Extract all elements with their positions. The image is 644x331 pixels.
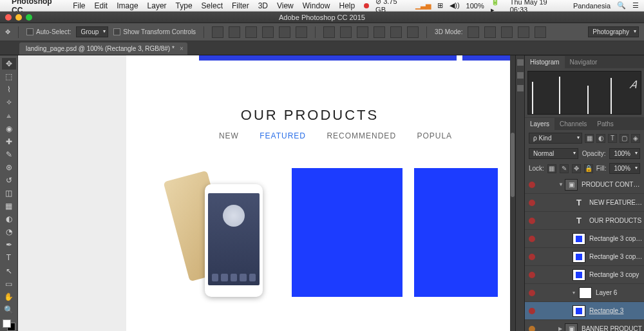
tab-channels[interactable]: Channels <box>554 118 592 130</box>
align-icon[interactable] <box>245 26 257 38</box>
distribute-icon[interactable] <box>323 26 335 38</box>
layer-row[interactable]: ▾Layer 6 <box>525 284 644 302</box>
shape-tool[interactable]: ▭ <box>2 278 16 290</box>
marquee-tool[interactable]: ⬚ <box>2 71 16 82</box>
distribute-icon[interactable] <box>374 26 385 38</box>
menu-select[interactable]: Select <box>202 1 223 10</box>
move-tool[interactable]: ✥ <box>2 58 16 70</box>
artboard[interactable]: OUR PRODUCTS NEW FEATURED RECOMMENDED PO… <box>18 55 510 331</box>
foreground-color[interactable] <box>3 319 11 328</box>
tab-featured[interactable]: FEATURED <box>260 131 306 140</box>
rectangle-3-copy[interactable] <box>414 168 498 297</box>
document-tab[interactable]: landing_page.psd @ 100% (Rectangle 3, RG… <box>19 43 187 55</box>
menu-edit[interactable]: Edit <box>95 1 108 10</box>
brush-tool[interactable]: ✎ <box>2 149 16 160</box>
layer-row[interactable]: Rectangle 3 copy <box>525 266 644 284</box>
blur-tool[interactable]: ◐ <box>2 213 16 225</box>
layer-row[interactable]: Rectangle 3 <box>525 302 644 320</box>
lasso-tool[interactable]: ⌇ <box>2 84 16 95</box>
layer-row[interactable]: TNEW FEATURED … <box>525 194 644 212</box>
lock-pixels-icon[interactable]: ✎ <box>560 164 569 173</box>
history-brush-tool[interactable]: ↺ <box>2 175 16 186</box>
visibility-toggle[interactable] <box>525 236 539 242</box>
menu-image[interactable]: Image <box>117 1 138 10</box>
visibility-toggle[interactable] <box>525 254 539 260</box>
rectangle-3[interactable] <box>292 168 402 297</box>
menu-view[interactable]: View <box>277 1 294 10</box>
lock-all-icon[interactable]: 🔒 <box>584 164 593 173</box>
show-transform-checkbox[interactable]: Show Transform Controls <box>113 28 196 36</box>
tab-recommended[interactable]: RECOMMENDED <box>327 131 396 140</box>
opacity-input[interactable]: 100% <box>609 148 640 159</box>
filter-adjust-icon[interactable]: ◐ <box>596 134 605 143</box>
3d-icon[interactable] <box>518 26 529 38</box>
disclosure-icon[interactable]: ▶ <box>558 326 565 331</box>
zoom-button[interactable] <box>26 14 32 21</box>
filter-smart-icon[interactable]: ◈ <box>631 134 640 143</box>
path-tool[interactable]: ↖ <box>2 265 16 277</box>
type-tool[interactable]: T <box>2 252 16 263</box>
fill-input[interactable]: 100% <box>609 163 640 174</box>
close-button[interactable] <box>5 14 12 21</box>
menu-help[interactable]: Help <box>339 1 355 10</box>
lock-position-icon[interactable]: ✥ <box>572 164 581 173</box>
menu-filter[interactable]: Filter <box>232 1 249 10</box>
layer-row[interactable]: Rectangle 3 copy 3 <box>525 230 644 248</box>
canvas-area[interactable]: OUR PRODUCTS NEW FEATURED RECOMMENDED PO… <box>18 55 510 331</box>
distribute-icon[interactable] <box>407 26 419 38</box>
tab-popular[interactable]: POPULA <box>417 131 452 140</box>
pen-tool[interactable]: ✒ <box>2 239 16 251</box>
align-icon[interactable] <box>279 26 290 38</box>
blend-mode-dropdown[interactable]: Normal <box>529 148 578 159</box>
filter-type-icon[interactable]: T <box>608 134 617 143</box>
visibility-toggle[interactable] <box>525 218 539 224</box>
zoom-tool[interactable]: 🔍 <box>2 304 16 316</box>
minimize-button[interactable] <box>15 14 22 21</box>
dropbox-icon[interactable]: ⊞ <box>437 1 443 10</box>
layer-row[interactable]: Rectangle 3 copy 2 <box>525 248 644 266</box>
3d-icon[interactable] <box>535 26 546 38</box>
tab-paths[interactable]: Paths <box>592 118 619 130</box>
dodge-tool[interactable]: ◔ <box>2 226 16 238</box>
filter-pixel-icon[interactable]: ▦ <box>585 134 594 143</box>
gradient-tool[interactable]: ▦ <box>2 200 16 212</box>
menu-window[interactable]: Window <box>303 1 330 10</box>
tab-layers[interactable]: Layers <box>525 118 554 130</box>
visibility-toggle[interactable] <box>525 290 539 296</box>
distribute-icon[interactable] <box>340 26 352 38</box>
wand-tool[interactable]: ✧ <box>2 97 16 108</box>
align-icon[interactable] <box>296 26 307 38</box>
visibility-toggle[interactable] <box>525 200 539 206</box>
color-swatches[interactable] <box>3 319 15 331</box>
canvas-scrollbar[interactable] <box>510 55 515 331</box>
3d-icon[interactable] <box>501 26 513 38</box>
tab-histogram[interactable]: Histogram <box>525 56 565 68</box>
auto-select-checkbox[interactable]: Auto-Select: <box>26 28 71 36</box>
spotlight-icon[interactable]: 🔍 <box>617 1 626 10</box>
menu-icon[interactable]: ☰ <box>632 1 639 10</box>
align-icon[interactable] <box>229 26 240 38</box>
panel-icon[interactable] <box>517 59 524 66</box>
visibility-toggle[interactable] <box>525 326 539 332</box>
auto-select-mode-dropdown[interactable]: Group <box>76 26 108 37</box>
layer-row[interactable]: ▼▣PRODUCT CONTENT <box>525 176 644 194</box>
3d-icon[interactable] <box>468 26 479 38</box>
healing-tool[interactable]: ✚ <box>2 136 16 147</box>
eraser-tool[interactable]: ◫ <box>2 187 16 199</box>
kind-dropdown[interactable]: ρ Kind <box>529 133 582 144</box>
distribute-icon[interactable] <box>357 26 368 38</box>
eyedropper-tool[interactable]: ◉ <box>2 122 16 134</box>
scrollbar-thumb[interactable] <box>511 133 515 197</box>
panel-icon[interactable] <box>517 72 524 79</box>
align-icon[interactable] <box>212 26 223 38</box>
tab-new[interactable]: NEW <box>219 131 239 140</box>
layer-row[interactable]: TOUR PRODUCTS <box>525 212 644 230</box>
hand-tool[interactable]: ✋ <box>2 291 16 303</box>
visibility-toggle[interactable] <box>525 182 539 188</box>
layer-row[interactable]: ▶▣BANNER PRODUCT <box>525 320 644 331</box>
menu-type[interactable]: Type <box>176 1 193 10</box>
3d-icon[interactable] <box>484 26 496 38</box>
lock-transparency-icon[interactable]: ▦ <box>547 164 556 173</box>
filter-shape-icon[interactable]: ▢ <box>620 134 629 143</box>
menu-layer[interactable]: Layer <box>147 1 167 10</box>
